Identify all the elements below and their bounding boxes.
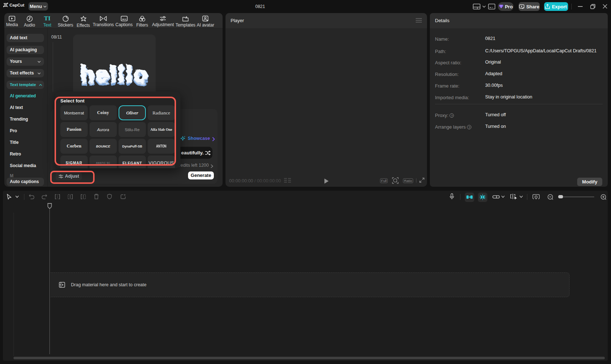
svg-text:helllo: helllo: [80, 62, 149, 86]
